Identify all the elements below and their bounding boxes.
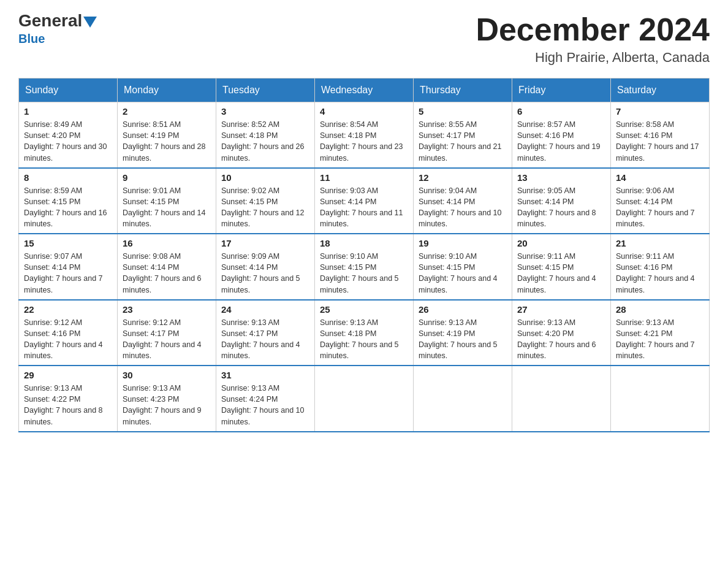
calendar-day-4: 4Sunrise: 8:54 AMSunset: 4:18 PMDaylight… [315, 102, 414, 168]
calendar-day-16: 16Sunrise: 9:08 AMSunset: 4:14 PMDayligh… [118, 234, 216, 300]
day-number: 27 [517, 304, 605, 315]
day-of-week-wednesday: Wednesday [315, 79, 414, 102]
calendar-day-8: 8Sunrise: 8:59 AMSunset: 4:15 PMDaylight… [19, 168, 118, 234]
day-number: 13 [517, 172, 605, 183]
day-number: 31 [221, 370, 309, 380]
day-of-week-friday: Friday [512, 79, 611, 102]
day-info: Sunrise: 8:52 AMSunset: 4:18 PMDaylight:… [221, 119, 309, 164]
day-info: Sunrise: 9:09 AMSunset: 4:14 PMDaylight:… [221, 251, 309, 296]
day-of-week-sunday: Sunday [19, 79, 118, 102]
day-info: Sunrise: 8:51 AMSunset: 4:19 PMDaylight:… [123, 119, 211, 164]
calendar-day-9: 9Sunrise: 9:01 AMSunset: 4:15 PMDaylight… [118, 168, 216, 234]
day-info: Sunrise: 9:13 AMSunset: 4:19 PMDaylight:… [419, 317, 507, 362]
day-info: Sunrise: 9:13 AMSunset: 4:21 PMDaylight:… [616, 317, 704, 362]
day-number: 23 [123, 304, 211, 315]
day-number: 30 [123, 370, 211, 380]
calendar-day-22: 22Sunrise: 9:12 AMSunset: 4:16 PMDayligh… [19, 300, 118, 366]
day-number: 12 [419, 172, 507, 183]
calendar-week-5: 29Sunrise: 9:13 AMSunset: 4:22 PMDayligh… [19, 366, 710, 432]
day-number: 1 [24, 106, 112, 117]
day-number: 21 [616, 238, 704, 248]
day-info: Sunrise: 9:05 AMSunset: 4:14 PMDaylight:… [517, 185, 605, 230]
calendar-day-1: 1Sunrise: 8:49 AMSunset: 4:20 PMDaylight… [19, 102, 118, 168]
location-label: High Prairie, Alberta, Canada [476, 50, 710, 66]
calendar-day-12: 12Sunrise: 9:04 AMSunset: 4:14 PMDayligh… [414, 168, 512, 234]
svg-marker-0 [83, 17, 97, 28]
calendar-day-25: 25Sunrise: 9:13 AMSunset: 4:18 PMDayligh… [315, 300, 414, 366]
day-info: Sunrise: 9:12 AMSunset: 4:17 PMDaylight:… [123, 317, 211, 362]
calendar-day-13: 13Sunrise: 9:05 AMSunset: 4:14 PMDayligh… [512, 168, 611, 234]
day-info: Sunrise: 9:13 AMSunset: 4:22 PMDaylight:… [24, 383, 112, 427]
day-info: Sunrise: 9:01 AMSunset: 4:15 PMDaylight:… [123, 185, 211, 230]
calendar-day-20: 20Sunrise: 9:11 AMSunset: 4:15 PMDayligh… [512, 234, 611, 300]
day-of-week-tuesday: Tuesday [216, 79, 315, 102]
calendar-day-10: 10Sunrise: 9:02 AMSunset: 4:15 PMDayligh… [216, 168, 315, 234]
day-number: 26 [419, 304, 507, 315]
day-number: 25 [320, 304, 408, 315]
calendar-day-17: 17Sunrise: 9:09 AMSunset: 4:14 PMDayligh… [216, 234, 315, 300]
day-number: 18 [320, 238, 408, 248]
empty-cell [414, 366, 512, 432]
calendar-day-21: 21Sunrise: 9:11 AMSunset: 4:16 PMDayligh… [611, 234, 710, 300]
logo-blue-label: Blue [18, 32, 45, 46]
day-info: Sunrise: 9:13 AMSunset: 4:17 PMDaylight:… [221, 317, 309, 362]
day-info: Sunrise: 9:08 AMSunset: 4:14 PMDaylight:… [123, 251, 211, 296]
day-of-week-saturday: Saturday [611, 79, 710, 102]
calendar-table: SundayMondayTuesdayWednesdayThursdayFrid… [18, 78, 710, 432]
day-info: Sunrise: 9:13 AMSunset: 4:24 PMDaylight:… [221, 383, 309, 427]
day-of-week-thursday: Thursday [414, 79, 512, 102]
empty-cell [315, 366, 414, 432]
calendar-day-2: 2Sunrise: 8:51 AMSunset: 4:19 PMDaylight… [118, 102, 216, 168]
day-info: Sunrise: 9:03 AMSunset: 4:14 PMDaylight:… [320, 185, 408, 230]
day-info: Sunrise: 9:12 AMSunset: 4:16 PMDaylight:… [24, 317, 112, 362]
calendar-day-29: 29Sunrise: 9:13 AMSunset: 4:22 PMDayligh… [19, 366, 118, 432]
calendar-day-15: 15Sunrise: 9:07 AMSunset: 4:14 PMDayligh… [19, 234, 118, 300]
day-number: 28 [616, 304, 704, 315]
calendar-week-3: 15Sunrise: 9:07 AMSunset: 4:14 PMDayligh… [19, 234, 710, 300]
day-number: 29 [24, 370, 112, 380]
day-number: 14 [616, 172, 704, 183]
day-number: 8 [24, 172, 112, 183]
day-info: Sunrise: 9:13 AMSunset: 4:23 PMDaylight:… [123, 383, 211, 427]
calendar-day-23: 23Sunrise: 9:12 AMSunset: 4:17 PMDayligh… [118, 300, 216, 366]
day-info: Sunrise: 9:11 AMSunset: 4:15 PMDaylight:… [517, 251, 605, 296]
day-number: 22 [24, 304, 112, 315]
title-block: December 2024 High Prairie, Alberta, Can… [476, 12, 710, 66]
day-info: Sunrise: 9:10 AMSunset: 4:15 PMDaylight:… [320, 251, 408, 296]
calendar-week-2: 8Sunrise: 8:59 AMSunset: 4:15 PMDaylight… [19, 168, 710, 234]
calendar-day-27: 27Sunrise: 9:13 AMSunset: 4:20 PMDayligh… [512, 300, 611, 366]
day-number: 5 [419, 106, 507, 117]
day-number: 11 [320, 172, 408, 183]
logo: General Blue [18, 12, 97, 46]
day-number: 10 [221, 172, 309, 183]
day-number: 16 [123, 238, 211, 248]
day-info: Sunrise: 9:11 AMSunset: 4:16 PMDaylight:… [616, 251, 704, 296]
day-number: 4 [320, 106, 408, 117]
calendar-day-6: 6Sunrise: 8:57 AMSunset: 4:16 PMDaylight… [512, 102, 611, 168]
month-title: December 2024 [476, 12, 710, 47]
calendar-day-26: 26Sunrise: 9:13 AMSunset: 4:19 PMDayligh… [414, 300, 512, 366]
day-info: Sunrise: 9:07 AMSunset: 4:14 PMDaylight:… [24, 251, 112, 296]
day-info: Sunrise: 8:59 AMSunset: 4:15 PMDaylight:… [24, 185, 112, 230]
day-info: Sunrise: 8:54 AMSunset: 4:18 PMDaylight:… [320, 119, 408, 164]
page-header: General Blue December 2024 High Prairie,… [18, 12, 710, 66]
day-number: 2 [123, 106, 211, 117]
day-number: 19 [419, 238, 507, 248]
day-of-week-monday: Monday [118, 79, 216, 102]
calendar-day-14: 14Sunrise: 9:06 AMSunset: 4:14 PMDayligh… [611, 168, 710, 234]
empty-cell [611, 366, 710, 432]
calendar-day-18: 18Sunrise: 9:10 AMSunset: 4:15 PMDayligh… [315, 234, 414, 300]
logo-text: General [18, 12, 97, 31]
day-info: Sunrise: 8:57 AMSunset: 4:16 PMDaylight:… [517, 119, 605, 164]
calendar-day-11: 11Sunrise: 9:03 AMSunset: 4:14 PMDayligh… [315, 168, 414, 234]
day-info: Sunrise: 9:04 AMSunset: 4:14 PMDaylight:… [419, 185, 507, 230]
calendar-day-28: 28Sunrise: 9:13 AMSunset: 4:21 PMDayligh… [611, 300, 710, 366]
calendar-day-3: 3Sunrise: 8:52 AMSunset: 4:18 PMDaylight… [216, 102, 315, 168]
day-number: 9 [123, 172, 211, 183]
day-number: 6 [517, 106, 605, 117]
calendar-header-row: SundayMondayTuesdayWednesdayThursdayFrid… [19, 79, 710, 102]
day-number: 7 [616, 106, 704, 117]
day-number: 24 [221, 304, 309, 315]
day-info: Sunrise: 9:10 AMSunset: 4:15 PMDaylight:… [419, 251, 507, 296]
day-number: 20 [517, 238, 605, 248]
